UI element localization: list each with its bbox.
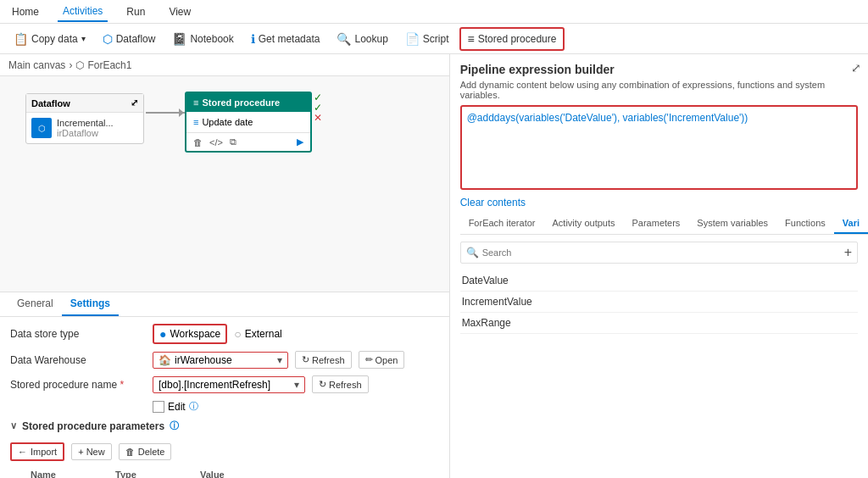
radio-workspace[interactable]: ● Workspace (153, 324, 227, 344)
sp-name-value: [dbo].[IncrementRefresh] (159, 379, 270, 391)
menu-run[interactable]: Run (121, 3, 150, 21)
copy-data-button[interactable]: 📋 Copy data ▾ (7, 29, 92, 49)
menu-bar: Home Activities Run View (0, 0, 868, 24)
collapse-icon[interactable]: ∨ (10, 420, 17, 431)
var-item-datevalue[interactable]: DateValue (460, 270, 858, 292)
status-x: ✕ (314, 112, 322, 124)
tab-foreach-iterator[interactable]: ForEach iterator (460, 214, 544, 234)
menu-view[interactable]: View (164, 3, 196, 21)
open-icon: ✏ (365, 354, 373, 365)
sp-params-info-icon: ⓘ (170, 420, 179, 432)
data-warehouse-label: Data Warehouse (10, 354, 146, 366)
sp-body-text: Update date (202, 117, 253, 127)
th-checkbox (10, 470, 27, 478)
data-store-type-row: Data store type ● Workspace ○ External (10, 324, 439, 344)
breadcrumb-activity[interactable]: ForEach1 (87, 59, 131, 71)
script-icon: 📄 (405, 32, 420, 46)
edit-row: Edit ⓘ (10, 400, 439, 413)
delete-button[interactable]: 🗑 Delete (119, 443, 172, 460)
sp-code-icon[interactable]: </> (209, 137, 223, 147)
refresh-button-1[interactable]: ↻ Refresh (295, 351, 352, 369)
radio-workspace-dot: ● (159, 327, 166, 341)
breadcrumb-canvas[interactable]: Main canvas (8, 59, 65, 71)
sp-delete-icon[interactable]: 🗑 (193, 137, 203, 147)
data-store-type-label: Data store type (10, 328, 146, 340)
sp-params-section: ∨ Stored procedure parameters ⓘ (10, 420, 439, 437)
menu-activities[interactable]: Activities (58, 2, 108, 22)
tab-parameters[interactable]: Parameters (623, 214, 688, 234)
foreach-icon: ⬡ (75, 59, 84, 71)
warehouse-icon: 🏠 (159, 354, 171, 366)
tab-variables[interactable]: Vari (834, 214, 868, 234)
toolbar: 📋 Copy data ▾ ⬡ Dataflow 📓 Notebook ℹ Ge… (0, 24, 868, 54)
dataflow-header: Dataflow ⤢ (26, 94, 143, 113)
sp-name-label: Stored procedure name (10, 379, 146, 391)
tab-functions[interactable]: Functions (776, 214, 834, 234)
tab-general[interactable]: General (8, 292, 62, 316)
param-actions-row: ← Import + New 🗑 Delete (10, 442, 439, 461)
dataflow-body: ⬡ Incremental... irDataflow (26, 113, 143, 143)
notebook-icon: 📓 (172, 32, 186, 46)
radio-workspace-label: Workspace (170, 328, 220, 340)
dataflow-expand-icon[interactable]: ⤢ (131, 97, 138, 108)
warehouse-value: irWarehouse (175, 354, 232, 366)
delete-icon-btn: 🗑 (125, 447, 135, 457)
refresh-icon-2: ↻ (319, 379, 326, 390)
sp-run-icon[interactable]: ▶ (297, 136, 303, 147)
lookup-icon: 🔍 (337, 32, 351, 46)
dataflow-button[interactable]: ⬡ Dataflow (96, 29, 163, 49)
pipeline-builder-subtitle: Add dynamic content below using any comb… (450, 80, 868, 105)
canvas-arrow (146, 112, 185, 114)
new-button[interactable]: + New (71, 443, 112, 460)
radio-external[interactable]: ○ External (234, 327, 282, 341)
sp-copy-icon[interactable]: ⧉ (230, 136, 236, 147)
expression-box[interactable]: @adddays(variables('DateValue'), variabl… (460, 105, 858, 190)
sp-footer: 🗑 </> ⧉ ▶ (186, 132, 310, 151)
variables-list: DateValue IncrementValue MaxRange (450, 270, 868, 334)
dataflow-box: Dataflow ⤢ ⬡ Incremental... irDataflow (25, 93, 144, 144)
menu-home[interactable]: Home (7, 3, 44, 21)
pipeline-builder-title: Pipeline expression builder (450, 54, 868, 80)
tab-system-variables[interactable]: System variables (688, 214, 776, 234)
sp-name-select[interactable]: [dbo].[IncrementRefresh] ▾ (153, 376, 305, 393)
variables-search-input[interactable] (482, 247, 841, 258)
tab-settings[interactable]: Settings (62, 292, 119, 316)
breadcrumb-separator: › (69, 59, 72, 71)
script-button[interactable]: 📄 Script (398, 29, 456, 49)
refresh-button-2[interactable]: ↻ Refresh (312, 375, 369, 393)
canvas-area: Dataflow ⤢ ⬡ Incremental... irDataflow ≡ (0, 76, 449, 292)
edit-checkbox[interactable] (153, 401, 164, 413)
tab-activity-outputs[interactable]: Activity outputs (544, 214, 624, 234)
data-warehouse-row: Data Warehouse 🏠 irWarehouse ▾ ↻ Refresh… (10, 351, 439, 369)
clear-contents-button[interactable]: Clear contents (450, 195, 868, 214)
sp-body-icon: ≡ (193, 117, 198, 127)
sp-header-icon: ≡ (193, 97, 198, 108)
open-button[interactable]: ✏ Open (359, 351, 405, 369)
settings-panel: General Settings Data store type ● Works… (0, 292, 449, 478)
get-metadata-button[interactable]: ℹ Get metadata (244, 29, 327, 49)
var-item-maxrange[interactable]: MaxRange (460, 313, 858, 334)
add-variable-button[interactable]: + (844, 245, 852, 260)
dataflow-activity-name: Incremental... (57, 118, 114, 128)
radio-external-dot: ○ (234, 327, 241, 341)
sp-params-label: Stored procedure parameters (22, 420, 164, 432)
stored-procedure-button[interactable]: ≡ Stored procedure (459, 27, 565, 51)
th-value: Value (197, 470, 366, 478)
sp-body: ≡ Update date (186, 112, 310, 132)
import-icon: ← (18, 447, 27, 457)
settings-content: Data store type ● Workspace ○ External (0, 317, 449, 478)
main-layout: Main canvas › ⬡ ForEach1 Dataflow ⤢ ⬡ In… (0, 54, 868, 478)
left-panel: Main canvas › ⬡ ForEach1 Dataflow ⤢ ⬡ In… (0, 54, 450, 478)
var-item-incrementvalue[interactable]: IncrementValue (460, 292, 858, 313)
expand-icon[interactable]: ⤢ (851, 61, 861, 75)
notebook-button[interactable]: 📓 Notebook (165, 29, 240, 49)
sp-name-row: Stored procedure name [dbo].[IncrementRe… (10, 375, 439, 393)
radio-external-label: External (245, 328, 282, 340)
data-warehouse-select[interactable]: 🏠 irWarehouse ▾ (153, 352, 288, 369)
warehouse-chevron: ▾ (277, 354, 282, 366)
expression-tabs: ForEach iterator Activity outputs Parame… (460, 214, 868, 235)
dataflow-icon: ⬡ (103, 32, 113, 46)
lookup-button[interactable]: 🔍 Lookup (330, 29, 394, 49)
dataflow-activity-icon: ⬡ (31, 118, 52, 138)
import-button[interactable]: ← Import (10, 442, 64, 461)
